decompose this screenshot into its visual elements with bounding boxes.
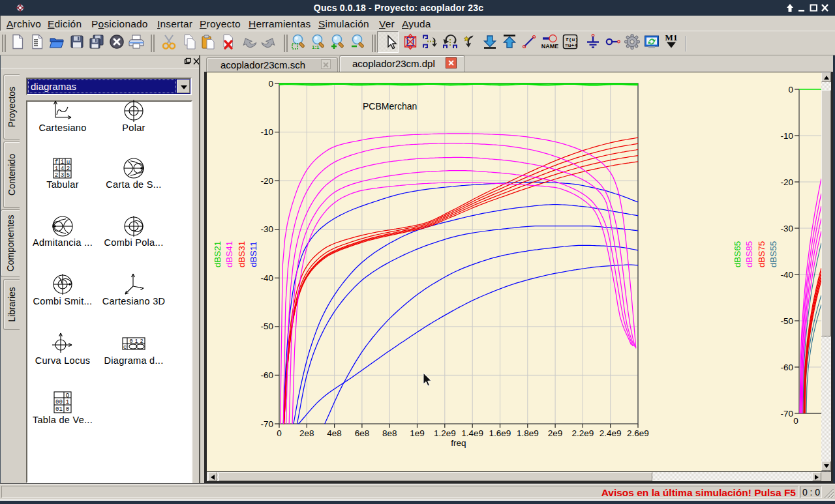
svg-text:3: 3 <box>61 172 64 179</box>
svg-text:2e8: 2e8 <box>299 428 314 438</box>
svg-text:Q: Q <box>66 393 69 399</box>
svg-text:4: 4 <box>61 166 64 172</box>
svg-text:1e9: 1e9 <box>410 428 425 438</box>
svg-text:0: 0 <box>129 338 132 345</box>
svg-text:1: 1 <box>66 399 69 406</box>
svg-text:i: i <box>61 159 64 166</box>
svg-text:00: 00 <box>55 399 63 406</box>
svg-text:01: 01 <box>55 406 63 413</box>
svg-text:dBS21: dBS21 <box>213 241 222 268</box>
svg-text:5: 5 <box>67 172 70 179</box>
svg-text:M1: M1 <box>665 33 678 42</box>
svg-text:2: 2 <box>140 338 143 345</box>
svg-text:2.4e9: 2.4e9 <box>600 428 622 438</box>
svg-text:-20: -20 <box>260 176 273 186</box>
svg-text:0: 0 <box>277 428 282 438</box>
svg-text:dBS41: dBS41 <box>224 241 234 268</box>
svg-text:-10: -10 <box>780 131 793 141</box>
svg-text:freq: freq <box>451 438 466 448</box>
svg-text:8e8: 8e8 <box>382 428 397 438</box>
svg-text:NAME: NAME <box>541 43 558 50</box>
svg-text:-50: -50 <box>780 316 793 326</box>
svg-text:4e8: 4e8 <box>327 428 342 438</box>
svg-text:dBS11: dBS11 <box>249 241 258 267</box>
svg-text:=u+4: =u+4 <box>565 42 577 48</box>
svg-text:-20: -20 <box>780 177 793 187</box>
svg-text:1:1: 1:1 <box>312 44 320 50</box>
svg-text:-50: -50 <box>260 321 273 331</box>
svg-text:2e9: 2e9 <box>548 428 563 438</box>
svg-text:-40: -40 <box>780 270 793 280</box>
svg-text:2.2e9: 2.2e9 <box>572 428 594 438</box>
svg-text:dBS75: dBS75 <box>757 241 767 268</box>
svg-text:dBS55: dBS55 <box>768 241 778 268</box>
svg-text:1.6e9: 1.6e9 <box>489 428 511 438</box>
svg-text:0: 0 <box>793 416 798 426</box>
svg-text:2.6e9: 2.6e9 <box>627 428 649 438</box>
svg-text:1.4e9: 1.4e9 <box>461 428 483 438</box>
svg-text:0: 0 <box>66 406 69 413</box>
svg-text:-60: -60 <box>260 370 273 380</box>
svg-text:1.2e9: 1.2e9 <box>434 428 456 438</box>
svg-text:-70: -70 <box>780 409 793 419</box>
svg-text:PCBMerchan: PCBMerchan <box>363 101 417 111</box>
svg-text:-60: -60 <box>780 363 793 372</box>
svg-text:-10: -10 <box>260 127 273 137</box>
svg-text:2: 2 <box>67 166 70 172</box>
svg-text:-40: -40 <box>260 273 273 283</box>
svg-text:f(u): f(u) <box>566 37 578 42</box>
svg-text:dBS31: dBS31 <box>237 241 247 268</box>
svg-text:u: u <box>67 159 70 166</box>
svg-text:c: c <box>123 344 127 351</box>
svg-text:0: 0 <box>788 85 793 95</box>
svg-text:0: 0 <box>268 79 273 89</box>
svg-text:1: 1 <box>134 338 138 345</box>
svg-text:-30: -30 <box>780 224 793 233</box>
svg-text:-70: -70 <box>260 419 273 429</box>
svg-text:f: f <box>55 159 58 166</box>
svg-text:6e8: 6e8 <box>355 428 370 438</box>
svg-text:1.8e9: 1.8e9 <box>517 428 539 438</box>
svg-text:1: 1 <box>55 166 58 172</box>
svg-text:dBS85: dBS85 <box>744 241 754 268</box>
svg-text:dBS65: dBS65 <box>733 241 742 268</box>
svg-text:-30: -30 <box>260 224 273 234</box>
svg-text:2: 2 <box>55 172 58 179</box>
